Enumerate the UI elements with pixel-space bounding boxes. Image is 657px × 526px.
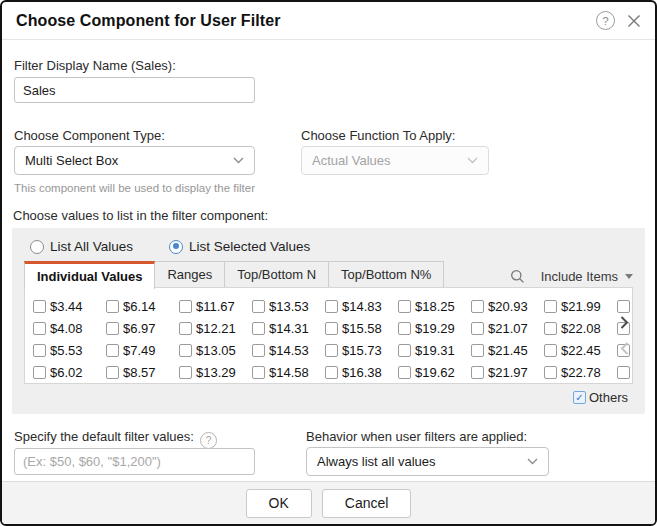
checkbox-icon[interactable]	[179, 300, 192, 313]
checkbox-icon[interactable]	[544, 366, 557, 379]
checkbox-icon[interactable]	[179, 322, 192, 335]
value-checkbox-item[interactable]: $6.97	[106, 321, 179, 336]
value-checkbox-item[interactable]: $21.07	[471, 321, 544, 336]
checkbox-icon[interactable]	[106, 300, 119, 313]
search-icon[interactable]	[510, 269, 525, 284]
tab-ranges[interactable]: Ranges	[155, 261, 225, 288]
value-checkbox-item-clipped[interactable]	[617, 300, 633, 313]
checkbox-icon[interactable]	[398, 322, 411, 335]
value-checkbox-item[interactable]: $14.53	[252, 343, 325, 358]
value-checkbox-item[interactable]: $22.78	[544, 365, 617, 380]
component-type-label: Choose Component Type:	[14, 128, 165, 143]
value-checkbox-item[interactable]: $19.62	[398, 365, 471, 380]
component-type-select[interactable]: Multi Select Box	[14, 146, 255, 175]
value-label: $7.49	[123, 343, 156, 358]
checkbox-icon[interactable]	[544, 300, 557, 313]
checkbox-icon[interactable]	[471, 322, 484, 335]
radio-list-selected-values[interactable]: List Selected Values	[169, 239, 310, 254]
value-label: $14.53	[269, 343, 309, 358]
value-checkbox-item[interactable]: $21.45	[471, 343, 544, 358]
value-checkbox-item[interactable]: $11.67	[179, 299, 252, 314]
value-checkbox-item[interactable]: $6.14	[106, 299, 179, 314]
checkbox-icon[interactable]	[617, 366, 630, 379]
checkbox-checked-icon[interactable]: ✓	[573, 391, 586, 404]
include-items-dropdown[interactable]: Include Items	[541, 269, 633, 284]
value-checkbox-item[interactable]: $12.21	[179, 321, 252, 336]
checkbox-icon[interactable]	[471, 366, 484, 379]
radio-checked-icon[interactable]	[169, 240, 183, 254]
checkbox-icon[interactable]	[33, 366, 46, 379]
value-checkbox-item[interactable]: $22.45	[544, 343, 617, 358]
radio-unchecked-icon[interactable]	[30, 240, 44, 254]
value-checkbox-item[interactable]: $15.58	[325, 321, 398, 336]
checkbox-icon[interactable]	[252, 322, 265, 335]
value-label: $19.29	[415, 321, 455, 336]
value-checkbox-item[interactable]: $22.08	[544, 321, 617, 336]
value-checkbox-item[interactable]: $14.58	[252, 365, 325, 380]
tab-individual-values[interactable]: Individual Values	[24, 261, 155, 289]
help-icon[interactable]: ?	[200, 432, 217, 449]
checkbox-icon[interactable]	[471, 344, 484, 357]
value-checkbox-item[interactable]: $21.99	[544, 299, 617, 314]
value-checkbox-item[interactable]: $5.53	[33, 343, 106, 358]
value-checkbox-item[interactable]: $14.31	[252, 321, 325, 336]
checkbox-icon[interactable]	[33, 300, 46, 313]
close-icon[interactable]	[627, 14, 641, 28]
checkbox-icon[interactable]	[252, 344, 265, 357]
list-mode-radios: List All Values List Selected Values	[30, 239, 310, 254]
checkbox-icon[interactable]	[325, 322, 338, 335]
chevron-down-icon	[467, 157, 478, 164]
checkbox-icon[interactable]	[325, 366, 338, 379]
checkbox-icon[interactable]	[398, 344, 411, 357]
checkbox-icon[interactable]	[33, 322, 46, 335]
value-checkbox-item[interactable]: $6.02	[33, 365, 106, 380]
value-checkbox-item[interactable]: $13.53	[252, 299, 325, 314]
value-checkbox-item[interactable]: $18.25	[398, 299, 471, 314]
value-checkbox-item[interactable]: $15.73	[325, 343, 398, 358]
checkbox-icon[interactable]	[33, 344, 46, 357]
checkbox-icon[interactable]	[617, 300, 630, 313]
others-checkbox-item[interactable]: ✓ Others	[573, 390, 628, 405]
value-checkbox-item[interactable]: $21.97	[471, 365, 544, 380]
dialog-header: Choose Component for User Filter ?	[2, 2, 655, 40]
checkbox-icon[interactable]	[252, 300, 265, 313]
value-checkbox-item[interactable]: $13.29	[179, 365, 252, 380]
ok-button[interactable]: OK	[246, 489, 312, 518]
checkbox-icon[interactable]	[179, 344, 192, 357]
value-checkbox-item[interactable]: $7.49	[106, 343, 179, 358]
previous-page-icon[interactable]	[620, 342, 629, 355]
checkbox-icon[interactable]	[106, 322, 119, 335]
default-values-input[interactable]	[14, 448, 255, 475]
value-checkbox-item[interactable]: $19.29	[398, 321, 471, 336]
checkbox-icon[interactable]	[325, 300, 338, 313]
checkbox-icon[interactable]	[544, 322, 557, 335]
tab-top-bottom-n[interactable]: Top/Bottom N	[225, 261, 329, 288]
value-checkbox-item[interactable]: $19.31	[398, 343, 471, 358]
checkbox-icon[interactable]	[398, 300, 411, 313]
cancel-button[interactable]: Cancel	[322, 489, 412, 518]
next-page-icon[interactable]	[620, 316, 629, 329]
checkbox-icon[interactable]	[544, 344, 557, 357]
value-checkbox-item[interactable]: $8.57	[106, 365, 179, 380]
value-label: $8.57	[123, 365, 156, 380]
value-checkbox-item[interactable]: $4.08	[33, 321, 106, 336]
value-checkbox-item-clipped[interactable]	[617, 366, 633, 379]
checkbox-icon[interactable]	[325, 344, 338, 357]
value-checkbox-item[interactable]: $13.05	[179, 343, 252, 358]
checkbox-icon[interactable]	[106, 344, 119, 357]
help-icon[interactable]: ?	[596, 11, 615, 30]
checkbox-icon[interactable]	[252, 366, 265, 379]
value-checkbox-item[interactable]: $14.83	[325, 299, 398, 314]
value-checkbox-item[interactable]: $20.93	[471, 299, 544, 314]
filter-name-input[interactable]	[14, 77, 255, 103]
tab-top-bottom-n-percent[interactable]: Top/Bottom N%	[329, 261, 444, 288]
checkbox-icon[interactable]	[398, 366, 411, 379]
value-label: $21.07	[488, 321, 528, 336]
value-checkbox-item[interactable]: $16.38	[325, 365, 398, 380]
checkbox-icon[interactable]	[471, 300, 484, 313]
value-checkbox-item[interactable]: $3.44	[33, 299, 106, 314]
radio-list-all-values[interactable]: List All Values	[30, 239, 133, 254]
checkbox-icon[interactable]	[179, 366, 192, 379]
behavior-select[interactable]: Always list all values	[306, 447, 549, 476]
checkbox-icon[interactable]	[106, 366, 119, 379]
